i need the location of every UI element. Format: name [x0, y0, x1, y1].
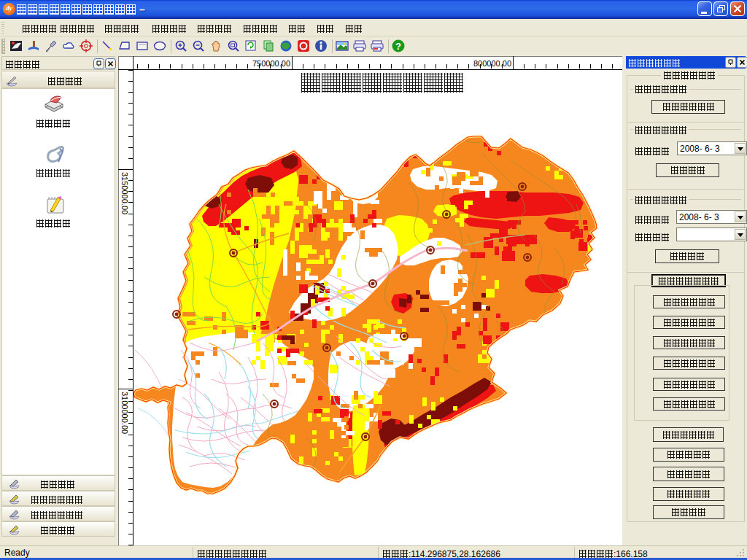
svg-text:750000.00: 750000.00 [252, 59, 290, 68]
svg-text:3150000.00: 3150000.00 [120, 172, 129, 214]
svg-text:3100000.00: 3100000.00 [120, 392, 129, 434]
svg-text:800000.00: 800000.00 [473, 59, 511, 68]
svg-text:?: ? [395, 41, 401, 52]
